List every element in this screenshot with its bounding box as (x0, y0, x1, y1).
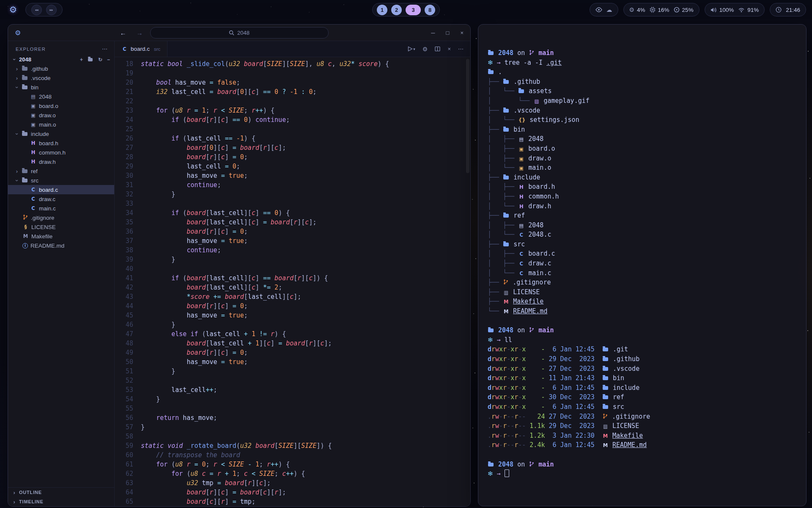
file-icon: ▤ (518, 135, 524, 144)
explorer-item-.github[interactable]: ›.github (8, 64, 114, 73)
folder-icon (22, 169, 27, 173)
code-line: 50 has_move = true; (115, 357, 470, 367)
git-icon (602, 412, 608, 422)
refresh-icon[interactable]: ↻ (98, 57, 102, 63)
tab-board.c[interactable]: C board.c src (115, 41, 167, 57)
run-button[interactable]: ▾ (407, 46, 415, 52)
explorer-item-draw.c[interactable]: Cdraw.c (8, 194, 114, 204)
code-editor[interactable]: 18static bool _slide_col(u32 board[SIZE]… (115, 57, 470, 506)
wifi-icon (738, 7, 745, 12)
explorer-item-README.md[interactable]: iREADME.md (8, 241, 114, 250)
workspace-1[interactable]: 1 (377, 5, 387, 15)
split-editor-icon[interactable] (435, 46, 440, 52)
new-file-icon[interactable]: + (80, 57, 83, 63)
json-file-icon: {} (518, 116, 526, 125)
line-number: 37 (115, 236, 141, 246)
item-label: common.h (39, 149, 66, 156)
code-line: 55 (115, 404, 470, 413)
command-center[interactable]: 2048 (150, 27, 329, 39)
explorer-item-Makefile[interactable]: MMakefile (8, 232, 114, 241)
line-number: 33 (115, 199, 141, 208)
folder-icon (603, 348, 608, 351)
workspace-3[interactable]: 3 (406, 5, 421, 15)
maximize-button[interactable]: □ (446, 30, 450, 36)
line-number: 48 (115, 339, 141, 348)
line-number: 25 (115, 124, 141, 134)
explorer-item-main.c[interactable]: Cmain.c (8, 204, 114, 213)
settings-gear-icon[interactable]: ⚙ (422, 46, 428, 52)
line-number: 44 (115, 301, 141, 311)
editor-more-icon[interactable]: ⋯ (458, 46, 464, 52)
close-editor-icon[interactable]: × (447, 46, 451, 52)
explorer-item-include[interactable]: ›include (8, 129, 114, 138)
line-number: 61 (115, 460, 141, 469)
line-number: 50 (115, 357, 141, 367)
explorer-root-folder[interactable]: › 2048 + ↻ − (8, 55, 114, 64)
folder-icon (22, 67, 27, 71)
terminal-line: └── M README.md (488, 306, 798, 316)
line-number: 47 (115, 329, 141, 339)
h-file-icon: H (30, 149, 36, 155)
media-next-button[interactable]: ▸▸ (46, 5, 57, 15)
code-line: 52 (115, 376, 470, 385)
explorer-item-bin[interactable]: ›bin (8, 83, 114, 92)
search-icon (229, 30, 234, 36)
close-button[interactable]: × (460, 30, 464, 36)
explorer-item-main.o[interactable]: ▣main.o (8, 120, 114, 129)
explorer-item-draw.h[interactable]: Hdraw.h (8, 157, 114, 166)
line-number: 36 (115, 227, 141, 236)
nav-forward-button[interactable]: → (137, 29, 143, 36)
license-book-icon: ▥ (503, 288, 509, 298)
line-number: 27 (115, 143, 141, 152)
media-prev-button[interactable]: ◂◂ (31, 5, 42, 15)
code-line: 40 (115, 264, 470, 273)
outline-section[interactable]: ›OUTLINE (8, 488, 114, 497)
editor-scrollbar[interactable] (466, 59, 469, 173)
workspace-2[interactable]: 2 (391, 5, 402, 15)
explorer-item-board.o[interactable]: ▣board.o (8, 101, 114, 110)
timeline-label: TIMELINE (19, 499, 44, 504)
clock-widget[interactable]: 21:46 (770, 3, 806, 17)
item-label: 2048 (39, 94, 52, 100)
terminal-line: drwxr-xr-x - 6 Jan 12:45 include (488, 383, 798, 393)
nix-snowflake-icon: ❄ (488, 470, 493, 478)
terminal-line: │ ├── ▣ board.o (488, 144, 798, 154)
code-line: 29 last_cell = 0; (115, 162, 470, 171)
explorer-item-draw.o[interactable]: ▣draw.o (8, 110, 114, 120)
folder-icon (518, 89, 524, 93)
collapse-all-icon[interactable]: − (107, 57, 110, 63)
folder-icon (22, 76, 27, 80)
item-label: board.c (39, 187, 58, 193)
audio-network-widget[interactable]: 100% 91% (705, 3, 765, 17)
explorer-item-src[interactable]: ›src (8, 176, 114, 185)
git-branch-icon (529, 326, 535, 336)
explorer-more-icon[interactable]: ⋯ (102, 46, 107, 52)
line-number: 55 (115, 404, 141, 413)
item-label: LICENSE (31, 224, 56, 230)
new-folder-icon[interactable] (88, 58, 93, 61)
terminal-line: │ └── {} settings.json (488, 115, 798, 125)
explorer-item-2048[interactable]: ▤2048 (8, 92, 114, 101)
terminal-window[interactable]: 2048 on main❄ → tree -a -I .git .├── .gi… (478, 24, 807, 506)
workspace-8[interactable]: 8 (425, 5, 435, 15)
minimize-button[interactable]: ─ (431, 30, 435, 36)
launcher-gear-icon[interactable]: ⚙ (6, 3, 20, 17)
item-label: board.h (39, 140, 58, 146)
explorer-item-common.h[interactable]: Hcommon.h (8, 148, 114, 157)
explorer-item-.vscode[interactable]: ›.vscode (8, 73, 114, 83)
code-line: 54 } (115, 395, 470, 404)
timeline-section[interactable]: ›TIMELINE (8, 497, 114, 506)
explorer-item-ref[interactable]: ›ref (8, 166, 114, 176)
explorer-item-board.h[interactable]: Hboard.h (8, 138, 114, 148)
system-stats-widget[interactable]: ⚙4% 16% 25% (623, 3, 700, 17)
item-label: draw.c (39, 196, 55, 202)
object-file-icon: ▣ (30, 121, 36, 127)
explorer-item-.gitignore[interactable]: .gitignore (8, 213, 114, 222)
weather-widget[interactable]: ☁ (590, 3, 618, 17)
chevron-right-icon: › (12, 499, 16, 505)
explorer-item-LICENSE[interactable]: §LICENSE (8, 222, 114, 232)
terminal-line: .rw-r--r-- 1.2k 3 Jan 22:30 M Makefile (488, 431, 798, 441)
explorer-item-board.c[interactable]: Cboard.c (8, 185, 114, 194)
code-line: 47 else if (last_cell + 1 != r) { (115, 329, 470, 339)
nav-back-button[interactable]: ← (120, 29, 126, 36)
